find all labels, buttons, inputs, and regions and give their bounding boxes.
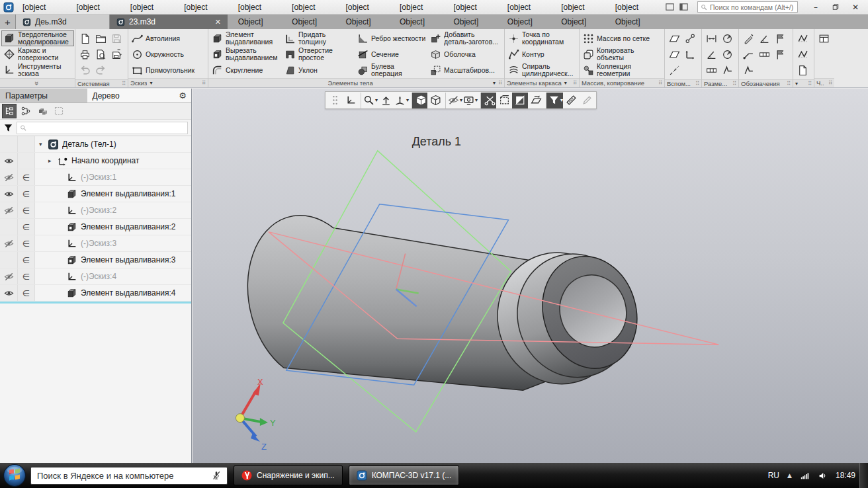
annotation-tool-button[interactable] [772, 30, 788, 46]
mode-button[interactable]: Каркас и поверхности [1, 46, 74, 62]
language-indicator[interactable]: RU [768, 471, 779, 480]
dimension-tool-button[interactable] [719, 46, 735, 62]
annotation-tool-button[interactable] [740, 62, 756, 78]
body-tool-button[interactable]: Придать толщину [282, 30, 355, 46]
system-tool-button[interactable] [108, 46, 124, 62]
yandex-search-box[interactable]: Поиск в Яндексе и на компьютере [30, 467, 228, 485]
menu-item[interactable]: [object Object] [395, 0, 449, 15]
tray-expand-icon[interactable]: ▲ [787, 472, 792, 479]
tree-item[interactable]: ▸ Начало координат [0, 153, 191, 169]
annotation-tool-button[interactable] [740, 30, 756, 46]
visibility-toggle[interactable] [0, 268, 18, 284]
restore-button[interactable] [827, 1, 844, 13]
curve-tool-button[interactable] [795, 46, 810, 62]
section-expand-icon[interactable]: ▾ [795, 81, 798, 87]
tree-view-components-button[interactable] [35, 104, 50, 118]
sketch-tool-button[interactable]: Автолиния [130, 30, 206, 46]
taskbar-app-button[interactable]: КОМПАС-3D v17.1 (... [349, 466, 460, 485]
expander-icon[interactable]: ▾ [39, 141, 48, 147]
body-tool-button[interactable]: Уклон [282, 62, 355, 78]
viewport-tool-button[interactable] [528, 93, 544, 108]
menu-item[interactable]: [object Object] [556, 0, 610, 15]
system-tool-button[interactable] [93, 62, 108, 78]
body-tool-button[interactable]: Скругление [210, 62, 282, 78]
array-tool-button[interactable]: Копировать объекты [581, 46, 662, 62]
viewport-tool-button[interactable] [427, 93, 443, 108]
section-grip-icon[interactable]: ⠿ [808, 81, 812, 87]
body-tool-button[interactable]: Масштабиров... [428, 62, 501, 78]
viewport-tool-button[interactable] [512, 93, 528, 108]
section-grip-icon[interactable]: ⠿ [787, 81, 791, 87]
microphone-muted-icon[interactable] [212, 471, 221, 480]
modes-collapse[interactable]: » [0, 78, 75, 87]
viewport-tool-button[interactable] [563, 93, 579, 108]
frame-tool-button[interactable]: Точка по координатам [506, 30, 577, 46]
sketch-tool-button[interactable]: Окружность [130, 46, 206, 62]
menu-item[interactable]: [object Object] [234, 0, 287, 15]
annotation-tool-button[interactable] [772, 46, 788, 62]
viewport-tool-button[interactable] [343, 93, 359, 108]
section-grip-icon[interactable]: ⠿ [573, 80, 577, 86]
system-tool-button[interactable] [77, 30, 93, 46]
visibility-toggle[interactable] [0, 252, 18, 268]
tree-item[interactable]: ∈ Элемент выдавливания:3 [0, 252, 191, 268]
tree-item[interactable]: ▾ Деталь (Тел-1) [0, 136, 191, 153]
section-grip-icon[interactable]: ⠿ [498, 80, 502, 86]
tree-item[interactable]: ∈ Элемент выдавливания:2 [0, 219, 191, 235]
tree-search-input[interactable] [29, 124, 185, 132]
dimension-tool-button[interactable] [719, 62, 735, 78]
panel-settings-button[interactable]: ⚙ [174, 89, 191, 102]
menu-item[interactable]: [object Object] [503, 0, 556, 15]
viewport-tool-button[interactable] [480, 93, 496, 108]
visibility-toggle[interactable] [0, 136, 18, 152]
section-grip-icon[interactable]: ⠿ [828, 80, 832, 86]
tab-close-icon[interactable]: ✕ [215, 18, 221, 26]
system-tool-button[interactable] [93, 46, 108, 62]
close-button[interactable]: ✕ [847, 1, 864, 13]
dimension-tool-button[interactable] [703, 62, 719, 78]
menu-item[interactable]: [object Object] [341, 0, 395, 15]
sketch-tool-button[interactable]: Прямоугольник [130, 62, 206, 78]
body-tool-button[interactable]: Булева операция [355, 62, 428, 78]
frame-tool-button[interactable]: Контур [506, 46, 577, 62]
tree-view-structure-button[interactable] [2, 104, 17, 118]
body-tool-button[interactable]: Вырезать выдавливанием [210, 46, 282, 62]
viewport-3d[interactable]: X Y Z Деталь 1 [193, 89, 868, 463]
orientation-triad[interactable]: X Y Z [236, 377, 275, 452]
viewport-tool-button[interactable] [462, 93, 478, 108]
menu-item[interactable]: [object Object] [71, 0, 125, 15]
body-tool-button[interactable]: Элемент выдавливания [210, 30, 282, 46]
aux-tool-button[interactable] [666, 62, 682, 78]
mode-button[interactable]: Инструменты эскиза [1, 62, 74, 78]
array-tool-button[interactable]: Массив по сетке [581, 30, 662, 46]
section-grip-icon[interactable]: ⠿ [202, 80, 206, 86]
tree-item[interactable]: ∈ (-)Эскиз:3 [0, 235, 191, 252]
tree-item[interactable]: ∈ Элемент выдавливания:4 [0, 285, 191, 302]
body-tool-button[interactable]: Отверстие простое [282, 46, 355, 62]
command-search-input[interactable] [710, 3, 795, 11]
tree-view-selection-button[interactable] [52, 104, 66, 118]
viewport-tool-button[interactable] [378, 93, 394, 108]
frame-tool-button[interactable]: Спираль цилиндрическ... [506, 62, 577, 78]
curve-tool-button[interactable] [795, 62, 810, 78]
annotation-tool-button[interactable] [756, 30, 772, 46]
new-tab-button[interactable]: + [0, 15, 16, 29]
drawing-tool-button[interactable] [816, 30, 832, 46]
section-expand-icon[interactable]: ▾ [150, 80, 152, 86]
aux-tool-button[interactable] [666, 30, 682, 46]
show-desktop-button[interactable] [859, 463, 868, 488]
network-signal-icon[interactable] [800, 471, 810, 480]
tree-item[interactable]: ∈ (-)Эскиз:2 [0, 202, 191, 219]
section-grip-icon[interactable]: ⠿ [695, 81, 699, 87]
menu-item[interactable]: [object Object] [126, 0, 179, 15]
command-search[interactable] [697, 1, 798, 13]
system-tool-button[interactable] [108, 30, 124, 46]
body-tool-button[interactable]: Сечение [355, 46, 428, 62]
curve-tool-button[interactable] [795, 30, 810, 46]
viewport-tool-button[interactable] [579, 93, 595, 108]
mode-button[interactable]: Твердотельное моделирование [1, 30, 74, 46]
tree-search[interactable] [17, 122, 188, 134]
visibility-toggle[interactable] [0, 285, 18, 301]
tree-item[interactable]: ∈ Элемент выдавливания:1 [0, 186, 191, 202]
aux-tool-button[interactable] [666, 46, 682, 62]
